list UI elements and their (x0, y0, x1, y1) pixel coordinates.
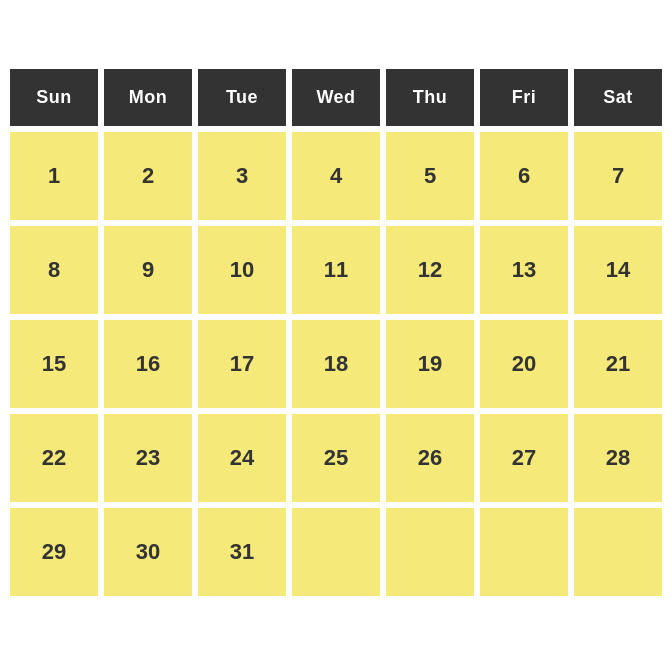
calendar-grid: SunMonTueWedThuFriSat1234567891011121314… (0, 59, 672, 606)
day-empty (386, 508, 474, 596)
day-4[interactable]: 4 (292, 132, 380, 220)
header-wed: Wed (292, 69, 380, 126)
day-15[interactable]: 15 (10, 320, 98, 408)
day-17[interactable]: 17 (198, 320, 286, 408)
day-22[interactable]: 22 (10, 414, 98, 502)
day-18[interactable]: 18 (292, 320, 380, 408)
day-26[interactable]: 26 (386, 414, 474, 502)
day-20[interactable]: 20 (480, 320, 568, 408)
day-21[interactable]: 21 (574, 320, 662, 408)
day-6[interactable]: 6 (480, 132, 568, 220)
day-2[interactable]: 2 (104, 132, 192, 220)
header-sat: Sat (574, 69, 662, 126)
header-tue: Tue (198, 69, 286, 126)
day-3[interactable]: 3 (198, 132, 286, 220)
day-12[interactable]: 12 (386, 226, 474, 314)
day-19[interactable]: 19 (386, 320, 474, 408)
day-empty (480, 508, 568, 596)
day-14[interactable]: 14 (574, 226, 662, 314)
day-10[interactable]: 10 (198, 226, 286, 314)
day-empty (574, 508, 662, 596)
day-31[interactable]: 31 (198, 508, 286, 596)
day-11[interactable]: 11 (292, 226, 380, 314)
day-7[interactable]: 7 (574, 132, 662, 220)
day-9[interactable]: 9 (104, 226, 192, 314)
day-16[interactable]: 16 (104, 320, 192, 408)
day-27[interactable]: 27 (480, 414, 568, 502)
day-30[interactable]: 30 (104, 508, 192, 596)
day-13[interactable]: 13 (480, 226, 568, 314)
header-sun: Sun (10, 69, 98, 126)
day-8[interactable]: 8 (10, 226, 98, 314)
day-23[interactable]: 23 (104, 414, 192, 502)
header-thu: Thu (386, 69, 474, 126)
day-24[interactable]: 24 (198, 414, 286, 502)
day-28[interactable]: 28 (574, 414, 662, 502)
day-5[interactable]: 5 (386, 132, 474, 220)
day-29[interactable]: 29 (10, 508, 98, 596)
day-25[interactable]: 25 (292, 414, 380, 502)
header-mon: Mon (104, 69, 192, 126)
header-fri: Fri (480, 69, 568, 126)
day-1[interactable]: 1 (10, 132, 98, 220)
day-empty (292, 508, 380, 596)
